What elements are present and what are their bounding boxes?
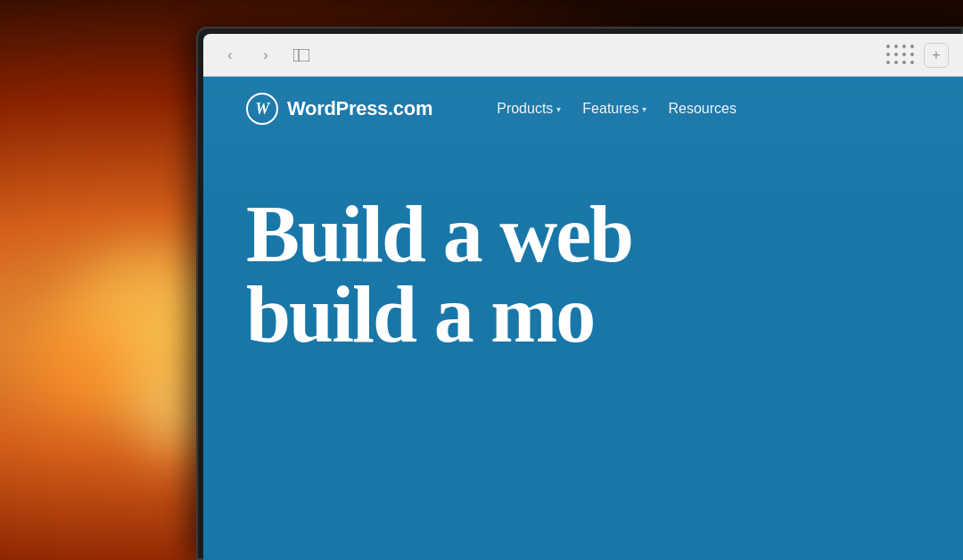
sidebar-toggle-button[interactable] [289, 43, 314, 68]
products-chevron-icon: ▾ [556, 104, 561, 114]
grid-dots-icon [886, 45, 916, 66]
wp-nav-items: Products ▾ Features ▾ Resources [490, 95, 744, 122]
scene: ‹ › [0, 0, 963, 560]
hero-line-2: build a mo [246, 275, 920, 355]
features-chevron-icon: ▾ [642, 104, 646, 114]
svg-rect-0 [293, 49, 309, 62]
resources-label: Resources [668, 101, 736, 117]
plus-icon: + [932, 47, 940, 63]
products-label: Products [497, 101, 553, 117]
browser-chrome: ‹ › [203, 34, 963, 77]
browser-forward-button[interactable]: › [253, 43, 278, 68]
wp-hero: Build a web build a mo [203, 141, 963, 391]
wordpress-logo-icon: W [246, 93, 278, 125]
hero-title: Build a web build a mo [246, 194, 920, 355]
wordpress-logo-text: WordPress.com [287, 97, 432, 120]
wp-navbar: W WordPress.com Products ▾ Features ▾ [203, 77, 963, 141]
device-screen: ‹ › [203, 34, 963, 560]
browser-grid-button[interactable] [888, 43, 913, 68]
website-content: W WordPress.com Products ▾ Features ▾ [203, 77, 963, 560]
nav-item-features[interactable]: Features ▾ [575, 95, 654, 122]
wp-logo: W WordPress.com [246, 93, 432, 125]
nav-item-resources[interactable]: Resources [661, 95, 743, 122]
nav-item-products[interactable]: Products ▾ [490, 95, 568, 122]
device-frame: ‹ › [196, 27, 963, 560]
hero-line-1: Build a web [246, 194, 920, 275]
sidebar-icon [293, 49, 309, 62]
back-icon: ‹ [227, 47, 232, 63]
forward-icon: › [263, 47, 268, 63]
bokeh-circle-2 [27, 312, 134, 419]
browser-back-button[interactable]: ‹ [218, 43, 243, 68]
features-label: Features [582, 101, 638, 117]
new-tab-button[interactable]: + [924, 43, 949, 68]
